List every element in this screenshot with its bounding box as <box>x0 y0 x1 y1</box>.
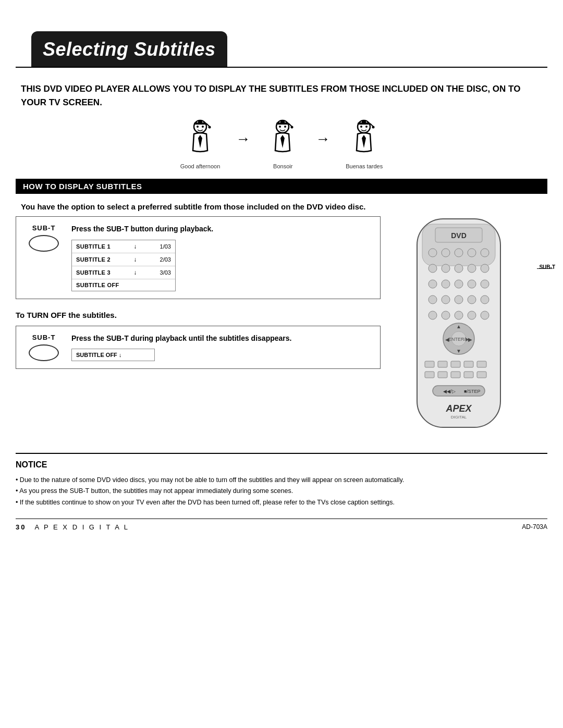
svg-point-32 <box>481 249 489 257</box>
svg-rect-66 <box>438 372 447 378</box>
svg-point-14 <box>284 126 286 128</box>
subtitle-1-num: 1/03 <box>160 243 171 250</box>
svg-point-29 <box>442 249 450 257</box>
svg-rect-18 <box>362 120 366 124</box>
notice-section: NOTICE • Due to the nature of some DVD v… <box>16 453 547 508</box>
oval-button-2[interactable] <box>29 344 59 361</box>
oval-button-1[interactable] <box>29 235 59 252</box>
svg-point-5 <box>197 126 199 128</box>
page-footer: 30 A P E X D I G I T A L AD-703A <box>16 519 547 531</box>
svg-text:▶: ▶ <box>468 337 472 342</box>
svg-point-30 <box>455 249 463 257</box>
svg-text:◀◀/▷: ◀◀/▷ <box>443 389 456 394</box>
press-instruction-2: Press the SUB-T during playback until th… <box>71 334 291 344</box>
remote-sub-t-label: SUB-T <box>539 264 555 270</box>
subtitle-off-name: SUBTITLE OFF <box>76 282 119 288</box>
remote-svg: DVD <box>401 216 521 435</box>
svg-point-31 <box>468 249 476 257</box>
remote-container: DVD <box>401 216 537 437</box>
svg-point-34 <box>442 264 450 273</box>
svg-rect-63 <box>464 361 473 367</box>
svg-text:◀: ◀ <box>445 337 449 342</box>
svg-marker-15 <box>280 135 285 148</box>
icon-label-1: Good afternoon <box>180 163 220 169</box>
left-panel: SUB-T Press the SUB-T button during play… <box>16 216 381 437</box>
notice-bullet-1: • Due to the nature of some DVD video di… <box>16 475 547 486</box>
subtitle-1-arrow: ↓ <box>133 243 137 250</box>
subtitle-off-row: SUBTITLE OFF ↓ <box>72 349 154 361</box>
subtitle-icon-2: Bonsoir <box>266 119 300 169</box>
icon-label-2: Bonsoir <box>273 163 292 169</box>
instruction-box-2-inner: SUB-T Press the SUB-T during playback un… <box>26 334 371 362</box>
notice-bullet-2: • As you press the SUB-T button, the sub… <box>16 486 547 497</box>
subtitle-icons-row: Good afternoon → Bonsoir → <box>0 119 563 169</box>
svg-point-39 <box>442 280 450 288</box>
svg-point-12 <box>291 126 293 129</box>
svg-point-37 <box>481 264 489 273</box>
svg-text:▲: ▲ <box>456 324 461 329</box>
section-header: HOW TO DISPLAY SUBTITLES <box>16 179 547 194</box>
svg-rect-64 <box>477 361 486 367</box>
sub-t-label-1: SUB-T <box>32 224 56 232</box>
svg-point-41 <box>468 280 476 288</box>
how-to-text: You have the option to select a preferre… <box>21 202 542 211</box>
subtitle-off-row-name: SUBTITLE OFF ↓ <box>76 352 121 358</box>
svg-point-44 <box>442 295 450 304</box>
svg-point-43 <box>429 295 437 304</box>
subtitle-menu-2: SUBTITLE OFF ↓ <box>71 349 155 361</box>
svg-point-40 <box>455 280 463 288</box>
svg-point-42 <box>481 280 489 288</box>
notice-text: • Due to the nature of some DVD video di… <box>16 475 547 508</box>
svg-marker-7 <box>198 135 202 148</box>
subtitle-icon-3: Buenas tardes <box>346 119 383 169</box>
arrow-1: → <box>236 131 250 147</box>
svg-point-33 <box>429 264 437 273</box>
person-svg-1 <box>183 119 217 161</box>
svg-rect-67 <box>451 372 460 378</box>
subtitle-3-arrow: ↓ <box>133 269 137 276</box>
svg-point-49 <box>442 311 450 319</box>
svg-point-36 <box>468 264 476 273</box>
svg-point-28 <box>429 249 437 257</box>
subtitle-1-name: SUBTITLE 1 <box>76 243 111 250</box>
svg-marker-23 <box>362 135 366 148</box>
svg-point-48 <box>429 311 437 319</box>
sub-t-label-2: SUB-T <box>32 334 56 341</box>
intro-text: THIS DVD VIDEO PLAYER ALLOWS YOU TO DISP… <box>21 82 542 109</box>
svg-rect-69 <box>477 372 486 378</box>
svg-point-51 <box>468 311 476 319</box>
page-header: Selecting Subtitles <box>31 31 227 68</box>
subtitle-3-name: SUBTITLE 3 <box>76 269 111 276</box>
svg-text:ENTER/▶: ENTER/▶ <box>448 337 469 342</box>
subtitle-icon-1: Good afternoon <box>180 119 220 169</box>
subtitle-row-3: SUBTITLE 3 ↓ 3/03 <box>72 266 175 279</box>
svg-point-6 <box>202 126 204 128</box>
svg-rect-62 <box>451 361 460 367</box>
subtitle-row-1: SUBTITLE 1 ↓ 1/03 <box>72 240 175 253</box>
svg-text:▼: ▼ <box>456 348 461 354</box>
person-svg-2 <box>266 119 300 161</box>
subtitle-3-num: 3/03 <box>160 269 171 276</box>
svg-point-50 <box>455 311 463 319</box>
subtitle-row-2: SUBTITLE 2 ↓ 2/03 <box>72 253 175 266</box>
press-instruction-1: Press the SUB-T button during playback. <box>71 224 213 235</box>
notice-title: NOTICE <box>16 460 547 470</box>
svg-point-47 <box>481 295 489 304</box>
svg-point-13 <box>279 126 281 128</box>
footer-brand: A P E X D I G I T A L <box>34 523 129 531</box>
svg-text:DIGITAL: DIGITAL <box>451 415 467 419</box>
svg-point-46 <box>468 295 476 304</box>
footer-page-number: 30 <box>16 523 26 531</box>
svg-point-21 <box>360 126 362 128</box>
arrow-2: → <box>315 131 330 147</box>
svg-rect-68 <box>464 372 473 378</box>
subtitle-2-name: SUBTITLE 2 <box>76 256 111 263</box>
svg-point-45 <box>455 295 463 304</box>
sub-t-button-1: SUB-T <box>26 224 62 252</box>
svg-rect-65 <box>425 372 434 378</box>
subtitle-row-off: SUBTITLE OFF <box>72 279 175 291</box>
instruction-box-2: SUB-T Press the SUB-T during playback un… <box>16 326 381 369</box>
main-content: SUB-T Press the SUB-T button during play… <box>16 216 547 437</box>
svg-point-4 <box>208 126 211 129</box>
instruction-1-content: Press the SUB-T button during playback. … <box>71 224 213 291</box>
